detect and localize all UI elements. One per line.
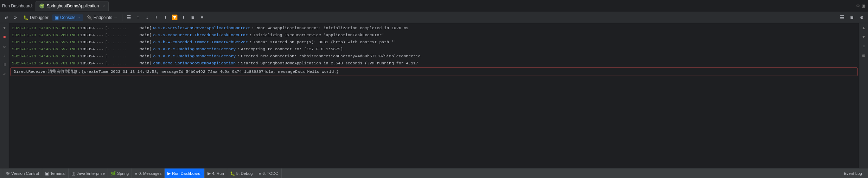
toolbar-right-menu[interactable]: ☰ [838, 13, 846, 22]
log-time-3: 2023-01-13 14:46:06.595 [12, 39, 68, 45]
tab-close-icon[interactable]: × [102, 4, 104, 8]
log-colon-2: : [249, 32, 252, 38]
log-level-1: INFO [69, 25, 79, 31]
log-message-1: Root WebApplicationContext: initializati… [255, 25, 408, 31]
run-dashboard-label: Run Dashboard: [172, 171, 202, 176]
sidebar-stop-icon[interactable]: ■ [1, 34, 8, 41]
window-icon[interactable]: ▣ [862, 3, 865, 9]
log-bracket-1: [ [105, 25, 107, 31]
endpoints-pin-icon: → [114, 15, 117, 19]
tab-bar: Run Dashboard: 🌱 SpringbootDemoApplicati… [0, 0, 868, 12]
log-area: 2023-01-13 14:46:05.860 INFO 183024 --- … [9, 23, 859, 168]
spring-icon: 🌱 [39, 4, 44, 8]
run-dashboard-prefix-label: Run Dashboard: [2, 4, 33, 8]
log-sep-5: --- [96, 53, 104, 59]
highlighted-log-text: DirectReceiver消费者收到消息：{createTime=2023-0… [14, 69, 339, 75]
expand-btn[interactable]: » [11, 13, 20, 22]
log-sep-6: --- [96, 60, 104, 66]
sidebar-filter-icon[interactable]: ▼ [1, 25, 8, 32]
log-thread-3: main] [131, 39, 152, 45]
right-filter-icon[interactable]: ≡ [860, 43, 867, 50]
status-todo[interactable]: ≡ 6: TODO [256, 169, 282, 178]
log-colon-1: : [252, 25, 254, 31]
tab-title: SpringbootDemoApplication [46, 4, 99, 8]
log-colon-6: : [237, 60, 240, 66]
log-bracket-6: [ [105, 60, 107, 66]
sidebar-pause-icon[interactable]: ⏸ [1, 61, 8, 68]
log-time-1: 2023-01-13 14:46:05.860 [12, 25, 68, 31]
log-row: 2023-01-13 14:46:06.260 INFO 183024 --- … [9, 32, 859, 39]
up2-arrow-icon[interactable]: ⬆ [161, 13, 170, 22]
log-class-6: com.demo.SpringbootDemoApplication [153, 60, 236, 66]
right-panel: ▲ ▼ ≡ ⊞ [859, 23, 868, 168]
log-sep-1: --- [96, 25, 104, 31]
table-icon[interactable]: ⊞ [189, 13, 197, 22]
status-version-control[interactable]: ⑨ Version Control [3, 169, 42, 178]
log-time-6: 2023-01-13 14:46:06.781 [12, 60, 68, 66]
endpoints-tab[interactable]: 🔌 Endpoints → [84, 14, 120, 21]
log-pid-6: 183024 [80, 60, 95, 66]
status-run[interactable]: ▶ 4: Run [205, 169, 227, 178]
back-btn[interactable]: ↺ [2, 13, 11, 22]
status-messages[interactable]: ≡ 0: Messages [132, 169, 165, 178]
debugger-tab[interactable]: 🐛 Debugger [20, 14, 51, 21]
console-label: Console [60, 15, 76, 20]
log-thread-1: main] [131, 25, 152, 31]
filter-icon[interactable]: 🔽 [170, 13, 179, 22]
menu-icon[interactable]: ☰ [125, 13, 133, 22]
spring-icon: 🌿 [111, 171, 116, 176]
toolbar-right: ☰ ⊞ ⚙ [838, 13, 866, 22]
log-content[interactable]: 2023-01-13 14:46:05.860 INFO 183024 --- … [9, 23, 859, 168]
java-enterprise-label: Java Enterprise [77, 171, 105, 176]
log-bracket-2: [ [105, 32, 107, 38]
version-control-icon: ⑨ [6, 171, 10, 176]
sidebar-expand-icon[interactable]: » [1, 70, 8, 77]
log-class-3: o.s.b.w.embedded.tomcat.TomcatWebServer [153, 39, 248, 45]
console-tab[interactable]: ▣ Console → [52, 14, 83, 21]
debug-icon: 🐛 [230, 171, 235, 176]
log-dots-2: ......... [107, 32, 129, 38]
down-arrow-icon[interactable]: ↓ [143, 13, 151, 22]
log-message-2: Initializing ExecutorService 'applicatio… [253, 32, 384, 38]
log-pid-4: 183024 [80, 46, 95, 52]
status-spring[interactable]: 🌿 Spring [108, 169, 132, 178]
terminal-label: Terminal [50, 171, 65, 176]
down2-arrow-icon[interactable]: ⬇ [152, 13, 160, 22]
toolbar-right-settings[interactable]: ⚙ [857, 13, 866, 22]
status-java-enterprise[interactable]: ◫ Java Enterprise [69, 169, 108, 178]
sidebar-scroll-icon[interactable]: ⇓ [1, 52, 8, 59]
log-pid-5: 183024 [80, 53, 95, 59]
log-sep-4: --- [96, 46, 104, 52]
log-dots-1: ......... [107, 25, 129, 31]
log-pid-2: 183024 [80, 32, 95, 38]
sidebar-rerun-icon[interactable]: ↺ [1, 43, 8, 50]
toolbar-right-grid[interactable]: ⊞ [848, 13, 856, 22]
messages-label: 0: Messages [139, 171, 161, 176]
status-bar: ⑨ Version Control ▣ Terminal ◫ Java Ente… [0, 168, 868, 178]
log-time-2: 2023-01-13 14:46:06.260 [12, 32, 68, 38]
log-thread-5: main] [131, 53, 152, 59]
up-arrow-icon[interactable]: ↑ [134, 13, 142, 22]
log-row: 2023-01-13 14:46:06.597 INFO 183024 --- … [9, 46, 859, 53]
filter2-icon[interactable]: ⬆ [179, 13, 188, 22]
right-up-icon[interactable]: ▲ [860, 25, 867, 32]
right-down-icon[interactable]: ▼ [860, 34, 867, 41]
toolbar: ↺ » 🐛 Debugger ▣ Console → 🔌 Endpoints →… [0, 12, 868, 23]
log-level-4: INFO [69, 46, 79, 52]
log-thread-6: main] [131, 60, 152, 66]
log-colon-3: : [249, 39, 252, 45]
settings-icon[interactable]: ⚙ [856, 3, 859, 9]
log-row: 2023-01-13 14:46:05.860 INFO 183024 --- … [9, 25, 859, 32]
status-run-dashboard[interactable]: ▶ Run Dashboard: [165, 169, 205, 178]
log-dots-3: ......... [107, 39, 129, 45]
run-dashboard-icon: ▶ [167, 171, 171, 176]
springboot-tab[interactable]: 🌱 SpringbootDemoApplication × [36, 1, 108, 11]
left-sidebar: ▼ ■ ↺ ⇓ ⏸ » [0, 23, 9, 168]
status-terminal[interactable]: ▣ Terminal [42, 169, 69, 178]
status-debug[interactable]: 🐛 5: Debug [227, 169, 256, 178]
right-grid-icon[interactable]: ⊞ [860, 52, 867, 59]
status-event-log[interactable]: Event Log [841, 169, 865, 178]
log-bracket-4: [ [105, 46, 107, 52]
log-sep-2: --- [96, 32, 104, 38]
lines-icon[interactable]: ≡ [198, 13, 206, 22]
